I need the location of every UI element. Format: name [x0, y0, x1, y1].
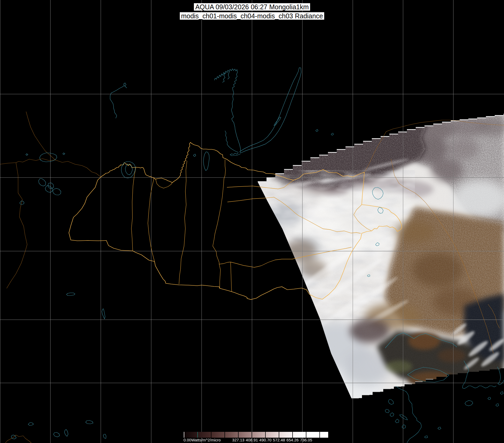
svg-text:0.00Watts/m^2/micro: 0.00Watts/m^2/micro: [184, 438, 221, 442]
svg-text:490.70: 490.70: [259, 438, 272, 442]
svg-text:327.13: 327.13: [232, 438, 244, 442]
svg-text:408.91: 408.91: [246, 438, 258, 442]
svg-text:654.26: 654.26: [286, 438, 299, 442]
svg-text:736.05: 736.05: [300, 438, 312, 442]
svg-text:572.48: 572.48: [273, 438, 285, 442]
